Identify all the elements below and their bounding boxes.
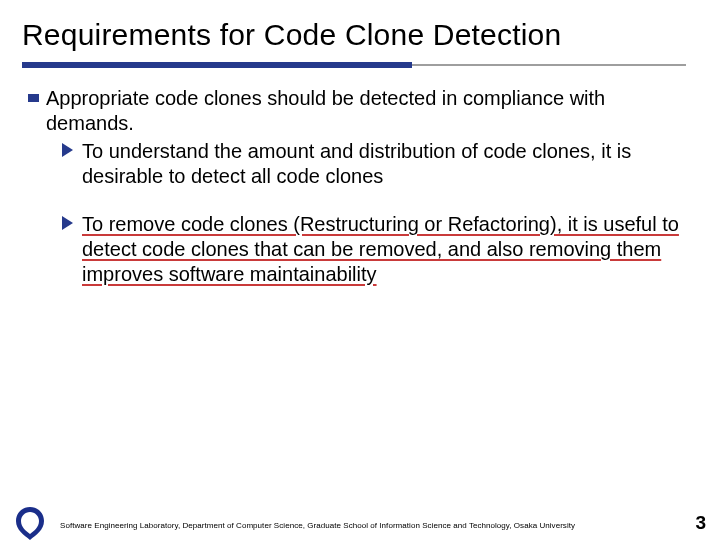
rule-line: [412, 64, 686, 66]
bullet-text: Appropriate code clones should be detect…: [46, 87, 605, 134]
slide-number: 3: [695, 512, 706, 534]
rule-accent: [22, 62, 412, 68]
bullet-level2: To remove code clones (Restructuring or …: [62, 212, 692, 286]
footer-text: Software Engineering Laboratory, Departm…: [60, 521, 575, 530]
bullet-level1: Appropriate code clones should be detect…: [28, 86, 692, 286]
slide: Requirements for Code Clone Detection Ap…: [0, 0, 720, 540]
bullet-level2: To understand the amount and distributio…: [62, 139, 692, 188]
slide-title: Requirements for Code Clone Detection: [22, 18, 692, 52]
arrow-icon: [62, 143, 73, 157]
bullet-text: To understand the amount and distributio…: [82, 140, 631, 187]
title-rule: [22, 62, 686, 68]
body-text: Appropriate code clones should be detect…: [28, 86, 692, 286]
osaka-univ-logo-icon: [10, 504, 50, 540]
arrow-icon: [62, 216, 73, 230]
bullet-text-highlighted: To remove code clones (Restructuring or …: [82, 213, 679, 284]
